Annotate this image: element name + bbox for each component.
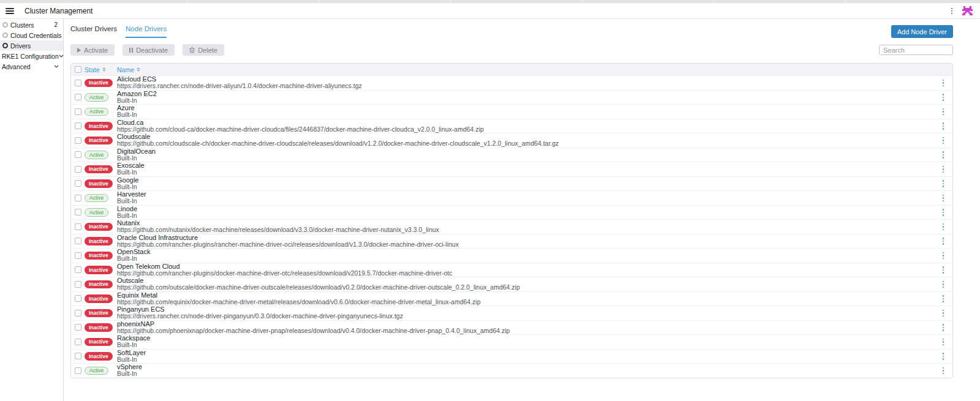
driver-detail: Built-In xyxy=(117,342,150,348)
row-actions-kebab-icon[interactable] xyxy=(941,222,946,233)
sidebar-item-cloud-credentials[interactable]: Cloud Credentials xyxy=(0,30,63,40)
driver-detail: https://drivers.rancher.cn/node-driver-p… xyxy=(117,313,403,320)
row-actions-kebab-icon[interactable] xyxy=(941,149,946,160)
row-checkbox[interactable] xyxy=(75,223,81,230)
row-actions-kebab-icon[interactable] xyxy=(941,207,946,218)
state-badge: Inactive xyxy=(85,165,113,174)
row-actions-kebab-icon[interactable] xyxy=(941,279,946,290)
state-badge: Inactive xyxy=(85,79,113,88)
driver-detail: Built-In xyxy=(117,198,146,204)
row-checkbox[interactable] xyxy=(75,166,81,173)
state-badge: Inactive xyxy=(85,223,113,231)
deactivate-label: Deactivate xyxy=(136,47,168,54)
delete-label: Delete xyxy=(198,47,217,54)
row-checkbox[interactable] xyxy=(75,266,81,273)
row-checkbox[interactable] xyxy=(75,151,81,158)
row-actions-kebab-icon[interactable] xyxy=(941,135,946,146)
state-badge: Inactive xyxy=(85,338,113,347)
table-row: Inactive Alicloud ECS https://drivers.ra… xyxy=(71,75,952,90)
add-node-driver-button[interactable]: Add Node Driver xyxy=(891,25,953,38)
header-kebab-icon[interactable] xyxy=(950,7,954,15)
driver-detail: https://github.com/equinix/docker-machin… xyxy=(117,299,481,305)
tab-node-drivers[interactable]: Node Drivers xyxy=(126,25,167,38)
column-header-state[interactable]: State xyxy=(85,66,106,73)
row-checkbox[interactable] xyxy=(75,238,81,244)
user-avatar[interactable] xyxy=(962,6,973,15)
row-checkbox[interactable] xyxy=(75,195,81,201)
clusters-icon xyxy=(2,22,8,28)
row-checkbox[interactable] xyxy=(75,324,81,331)
driver-detail: https://github.com/nutanix/docker-machin… xyxy=(117,227,439,233)
state-badge: Inactive xyxy=(85,309,113,318)
table-row: Active Linode Built-In xyxy=(71,205,952,220)
table-header-row: State Name xyxy=(71,64,952,75)
row-checkbox[interactable] xyxy=(75,180,81,187)
row-checkbox[interactable] xyxy=(75,353,81,359)
browser-tab-strip xyxy=(0,0,980,3)
row-checkbox[interactable] xyxy=(75,80,81,86)
row-checkbox[interactable] xyxy=(75,108,81,115)
column-header-name[interactable]: Name xyxy=(117,66,140,73)
table-row: Inactive Google Built-In xyxy=(71,176,952,191)
row-actions-kebab-icon[interactable] xyxy=(941,178,946,189)
row-actions-kebab-icon[interactable] xyxy=(941,193,946,204)
row-checkbox[interactable] xyxy=(75,94,81,100)
state-badge: Inactive xyxy=(85,137,113,145)
sort-icon xyxy=(102,67,106,72)
sidebar-item-rke1-configuration[interactable]: RKE1 Configuration xyxy=(0,51,63,61)
delete-button[interactable]: Delete xyxy=(183,44,224,56)
driver-detail: Built-In xyxy=(117,255,150,262)
driver-detail: Built-In xyxy=(117,111,137,118)
row-checkbox[interactable] xyxy=(75,252,81,259)
row-actions-kebab-icon[interactable] xyxy=(941,365,946,377)
table-row: Inactive OpenStack Built-In xyxy=(71,248,952,263)
row-actions-kebab-icon[interactable] xyxy=(941,337,946,348)
row-actions-kebab-icon[interactable] xyxy=(941,322,946,333)
table-row: Inactive Rackspace Built-In xyxy=(71,334,952,349)
state-badge: Inactive xyxy=(85,352,113,361)
row-actions-kebab-icon[interactable] xyxy=(941,107,946,118)
search-input[interactable] xyxy=(879,45,953,55)
row-actions-kebab-icon[interactable] xyxy=(941,351,946,362)
sidebar-item-label: Cloud Credentials xyxy=(10,32,61,39)
driver-detail: https://drivers.rancher.cn/node-driver-a… xyxy=(117,83,362,89)
select-all-checkbox[interactable] xyxy=(75,66,81,73)
driver-detail: https://github.com/rancher-plugins/docke… xyxy=(117,270,452,277)
table-row: Active Azure Built-In xyxy=(71,104,952,119)
row-actions-kebab-icon[interactable] xyxy=(941,121,946,132)
table-row: Inactive Equinix Metal https://github.co… xyxy=(71,291,952,306)
tab-cluster-drivers[interactable]: Cluster Drivers xyxy=(70,25,117,38)
row-checkbox[interactable] xyxy=(75,209,81,215)
row-actions-kebab-icon[interactable] xyxy=(941,264,946,275)
driver-detail: https://github.com/cloudscale-ch/docker-… xyxy=(117,140,559,147)
driver-detail: Built-In xyxy=(117,155,156,162)
row-actions-kebab-icon[interactable] xyxy=(941,308,946,319)
row-actions-kebab-icon[interactable] xyxy=(941,164,946,175)
row-checkbox[interactable] xyxy=(75,367,81,374)
sidebar-item-label: Drivers xyxy=(10,42,31,50)
driver-detail: Built-In xyxy=(117,212,137,219)
row-checkbox[interactable] xyxy=(75,310,81,317)
sidebar: Clusters 2 Cloud Credentials Drivers RKE… xyxy=(0,19,64,401)
sidebar-item-drivers[interactable]: Drivers xyxy=(0,40,63,51)
activate-button[interactable]: Activate xyxy=(70,44,115,56)
row-checkbox[interactable] xyxy=(75,295,81,302)
bulk-actions: Activate Deactivate Delet xyxy=(70,44,224,56)
row-actions-kebab-icon[interactable] xyxy=(941,78,946,89)
row-actions-kebab-icon[interactable] xyxy=(941,92,946,103)
sidebar-item-advanced[interactable]: Advanced xyxy=(0,61,63,72)
table-row: Inactive Oracle Cloud Infrastructure htt… xyxy=(71,234,952,249)
row-actions-kebab-icon[interactable] xyxy=(941,293,946,304)
row-checkbox[interactable] xyxy=(75,339,81,345)
driver-detail: Built-In xyxy=(117,97,157,104)
hamburger-menu-icon[interactable] xyxy=(6,8,14,14)
row-actions-kebab-icon[interactable] xyxy=(941,236,946,247)
row-actions-kebab-icon[interactable] xyxy=(941,250,946,261)
row-checkbox[interactable] xyxy=(75,137,81,144)
row-checkbox[interactable] xyxy=(75,122,81,129)
state-badge: Active xyxy=(85,93,108,102)
deactivate-button[interactable]: Deactivate xyxy=(123,44,175,56)
sidebar-item-clusters[interactable]: Clusters 2 xyxy=(0,20,63,30)
main-content: Cluster Drivers Node Drivers Add Node Dr… xyxy=(64,19,980,401)
row-checkbox[interactable] xyxy=(75,281,81,288)
